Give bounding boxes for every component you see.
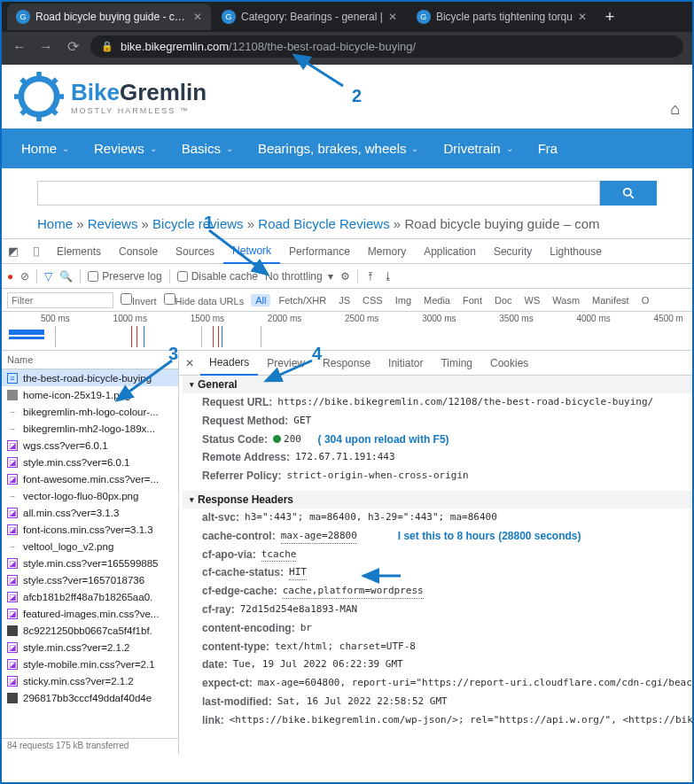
detail-tab-cookies[interactable]: Cookies <box>481 351 537 376</box>
detail-tab-timing[interactable]: Timing <box>432 351 481 376</box>
request-row[interactable]: –bikegremlin-mh2-logo-189x... <box>2 420 178 437</box>
filter-type-wasm[interactable]: Wasm <box>548 294 584 307</box>
close-icon[interactable]: ✕ <box>578 11 587 23</box>
nav-item-3[interactable]: Bearings, brakes, wheels⌄ <box>246 128 432 168</box>
gear-icon: G <box>14 72 64 121</box>
url-bar[interactable]: 🔒 bike.bikegremlin.com/12108/the-best-ro… <box>90 35 683 58</box>
filter-type-fetch/xhr[interactable]: Fetch/XHR <box>274 294 331 307</box>
browser-tab-0[interactable]: G Road bicycle buying guide - co... ✕ <box>7 4 211 30</box>
request-name: style.min.css?ver=2.1.2 <box>23 642 129 653</box>
upload-icon[interactable]: ⭱ <box>365 270 376 283</box>
record-icon[interactable]: ● <box>7 270 13 283</box>
network-timeline[interactable]: 500 ms1000 ms1500 ms2000 ms2500 ms3000 m… <box>2 312 692 351</box>
filter-type-manifest[interactable]: Manifest <box>588 294 634 307</box>
breadcrumb-link[interactable]: Bicycle reviews <box>152 216 244 231</box>
devtools-tab-elements[interactable]: Elements <box>48 239 110 264</box>
filter-type-font[interactable]: Font <box>458 294 487 307</box>
hide-data-urls-checkbox[interactable]: Hide data URLs <box>164 293 245 307</box>
request-row[interactable]: –veltool_logo_v2.png <box>2 538 178 555</box>
nav-item-1[interactable]: Reviews⌄ <box>82 128 169 168</box>
browser-tab-1[interactable]: G Category: Bearings - general | ✕ <box>213 4 406 30</box>
detail-tab-initiator[interactable]: Initiator <box>379 351 432 376</box>
breadcrumb-link[interactable]: Road Bicycle Reviews <box>258 216 389 231</box>
reload-icon[interactable]: ⟳ <box>64 38 82 55</box>
search-button[interactable] <box>600 181 657 206</box>
filter-type-img[interactable]: Img <box>391 294 416 307</box>
request-row[interactable]: ◪featured-images.min.css?ve... <box>2 605 178 622</box>
request-row[interactable]: ◪sticky.min.css?ver=2.1.2 <box>2 672 178 689</box>
request-row[interactable]: 296817bb3cccf49ddaf40d4e <box>2 689 178 706</box>
detail-tab-response[interactable]: Response <box>314 351 379 376</box>
filter-icon[interactable]: ▽ <box>44 270 52 283</box>
invert-checkbox[interactable]: Invert <box>121 293 157 307</box>
request-row[interactable]: ◪all.min.css?ver=3.1.3 <box>2 504 178 521</box>
devtools-tab-sources[interactable]: Sources <box>167 239 223 264</box>
filter-type-doc[interactable]: Doc <box>490 294 517 307</box>
detail-tab-preview[interactable]: Preview <box>258 351 314 376</box>
filter-type-all[interactable]: All <box>251 294 270 307</box>
request-row[interactable]: home-icon-25x19-1.png <box>2 386 178 403</box>
request-name: the-best-road-bicycle-buying <box>23 373 152 384</box>
filter-type-media[interactable]: Media <box>419 294 455 307</box>
request-row[interactable]: ◪font-awesome.min.css?ver=... <box>2 470 178 487</box>
nav-item-2[interactable]: Basics⌄ <box>169 128 246 168</box>
filter-input[interactable] <box>7 292 113 308</box>
breadcrumb-link[interactable]: Home <box>37 216 73 231</box>
detail-tab-headers[interactable]: Headers <box>200 351 258 376</box>
wifi-icon[interactable]: ⚙ <box>340 270 350 283</box>
devtools-tab-application[interactable]: Application <box>415 239 485 264</box>
devtools-tab-memory[interactable]: Memory <box>359 239 415 264</box>
devtools-tab-network[interactable]: Network <box>223 239 280 264</box>
request-row[interactable]: ◪style.min.css?ver=2.1.2 <box>2 639 178 656</box>
devtools-tab-performance[interactable]: Performance <box>280 239 359 264</box>
request-row[interactable]: ◪wgs.css?ver=6.0.1 <box>2 437 178 454</box>
response-header-row: expect-ct:max-age=604800, report-uri="ht… <box>183 674 692 693</box>
close-icon[interactable]: ✕ <box>179 357 200 369</box>
search-input[interactable] <box>37 181 600 206</box>
request-row[interactable]: –bikegremlin-mh-logo-colour-... <box>2 403 178 420</box>
home-icon[interactable]: ⌂ <box>670 100 680 119</box>
throttling-select[interactable]: No throttling ▾ <box>265 270 333 283</box>
preserve-log-checkbox[interactable]: Preserve log <box>88 270 161 283</box>
request-row[interactable]: ≡the-best-road-bicycle-buying <box>2 369 178 386</box>
filter-type-o[interactable]: O <box>637 294 654 307</box>
forward-icon[interactable]: → <box>37 39 55 55</box>
filter-type-css[interactable]: CSS <box>358 294 387 307</box>
close-icon[interactable]: ✕ <box>388 11 397 23</box>
general-section-header[interactable]: General <box>183 376 692 393</box>
nav-item-0[interactable]: Home⌄ <box>9 128 82 168</box>
close-icon[interactable]: ✕ <box>193 11 202 23</box>
timeline-tick: 500 ms <box>41 314 70 323</box>
back-icon[interactable]: ← <box>11 39 28 55</box>
request-row[interactable]: 8c9221250bb0667ca5f4f1bf. <box>2 622 178 639</box>
devtools-tab-lighthouse[interactable]: Lighthouse <box>541 239 611 264</box>
filter-type-ws[interactable]: WS <box>520 294 545 307</box>
request-row[interactable]: –vector-logo-fluo-80px.png <box>2 487 178 504</box>
new-tab-button[interactable]: + <box>597 4 622 29</box>
browser-tab-2[interactable]: G Bicycle parts tightening torqu ✕ <box>408 4 596 30</box>
request-footer: 84 requests 175 kB transferred <box>2 738 178 754</box>
name-column-header[interactable]: Name <box>2 351 178 369</box>
devtools-tab-security[interactable]: Security <box>485 239 541 264</box>
filter-type-js[interactable]: JS <box>334 294 355 307</box>
request-row[interactable]: ◪font-icons.min.css?ver=3.1.3 <box>2 521 178 538</box>
breadcrumb-link[interactable]: Reviews <box>88 216 138 231</box>
nav-item-4[interactable]: Drivetrain⌄ <box>431 128 525 168</box>
inspect-icon[interactable]: ◩ <box>2 245 25 258</box>
disable-cache-checkbox[interactable]: Disable cache <box>177 270 258 283</box>
search-icon[interactable]: 🔍 <box>59 270 73 283</box>
nav-item-5[interactable]: Fra <box>526 128 571 168</box>
request-name: featured-images.min.css?ve... <box>23 609 159 619</box>
device-icon[interactable]: ⌷ <box>25 245 48 258</box>
response-headers-section[interactable]: Response Headers <box>183 491 692 508</box>
clear-icon[interactable]: ⊘ <box>20 270 29 283</box>
request-row[interactable]: ◪style.min.css?ver=6.0.1 <box>2 454 178 470</box>
request-row[interactable]: ◪style.css?ver=1657018736 <box>2 571 178 588</box>
request-row[interactable]: ◪afcb181b2ff48a7b18265aa0. <box>2 588 178 605</box>
css-icon: ◪ <box>7 440 18 451</box>
request-row[interactable]: ◪style.min.css?ver=165599885 <box>2 555 178 571</box>
request-row[interactable]: ◪style-mobile.min.css?ver=2.1 <box>2 656 178 672</box>
site-logo[interactable]: G BikeGremlin MOSTLY HARMLESS ™ <box>14 72 207 121</box>
download-icon[interactable]: ⭳ <box>383 270 394 283</box>
devtools-tab-console[interactable]: Console <box>110 239 167 264</box>
